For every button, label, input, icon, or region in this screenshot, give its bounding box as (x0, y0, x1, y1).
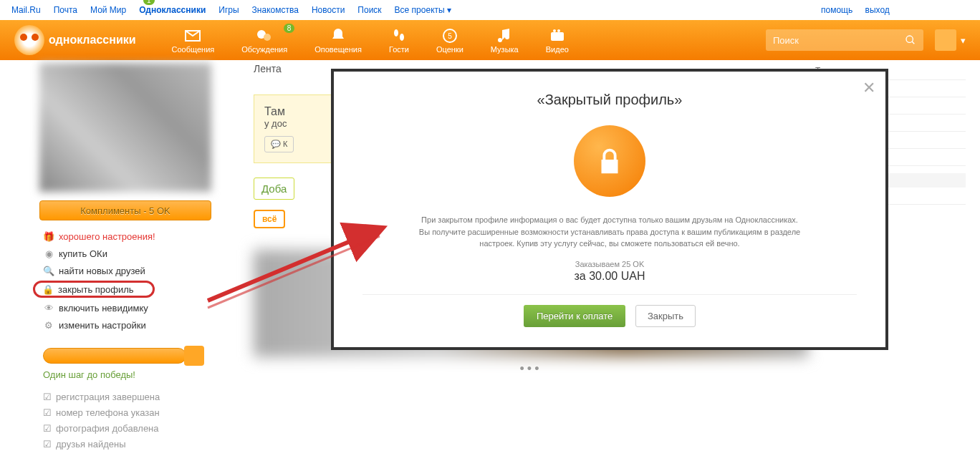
discussions-badge: 8 (284, 24, 295, 33)
close-button[interactable]: Закрыть (635, 305, 696, 327)
logo-text: одноклассники (49, 34, 136, 47)
svg-rect-6 (551, 32, 564, 41)
main-nav: Сообщения 8 Обсуждения Оповещения Гости … (172, 26, 569, 54)
gift-box-icon (184, 346, 204, 366)
compliments-button[interactable]: Комплименты - 5 OK (39, 200, 211, 220)
nav-messages[interactable]: Сообщения (172, 26, 215, 54)
modal-price: Заказываем 25 OK за 30.00 UAH (362, 260, 857, 283)
footprints-icon (389, 26, 409, 45)
feed-dots: ••• (254, 361, 808, 377)
svg-point-2 (394, 29, 398, 37)
check-icon: ☑ (43, 439, 52, 450)
modal-description: При закрытом профиле информация о вас бу… (416, 214, 803, 250)
top-link-search[interactable]: Поиск (357, 5, 381, 15)
modal-title: «Закрытый профиль» (362, 92, 857, 108)
top-link-mailru[interactable]: Mail.Ru (11, 5, 41, 15)
top-link-ok[interactable]: Одноклассники (139, 5, 206, 15)
checklist: ☑регистрация завершена ☑номер телефона у… (43, 389, 236, 452)
all-filter-button[interactable]: всё (254, 210, 285, 228)
svg-point-8 (557, 29, 560, 32)
lock-circle-icon (574, 125, 645, 197)
price-value: за 30.00 UAH (362, 270, 857, 283)
sidebar-buy-ok[interactable]: ◉ купить ОКи (43, 245, 236, 262)
sidebar-close-profile[interactable]: 🔒 закрыть профиль (33, 281, 155, 298)
sidebar-find-friends[interactable]: 🔍 найти новых друзей (43, 262, 236, 279)
svg-point-7 (553, 29, 556, 32)
search-box[interactable] (766, 29, 923, 51)
site-header: одноклассники 1 Сообщения 8 Обсуждения О… (0, 20, 980, 60)
search-icon[interactable] (905, 34, 916, 46)
nav-discussions[interactable]: 8 Обсуждения (241, 26, 287, 54)
eye-icon: 👁 (43, 302, 54, 314)
pay-button[interactable]: Перейти к оплате (524, 305, 625, 327)
svg-point-1 (264, 34, 271, 41)
add-button[interactable]: Доба (254, 178, 294, 200)
search-small-icon: 🔍 (43, 265, 54, 276)
sidebar-mood[interactable]: 🎁 хорошего настроения! (43, 228, 236, 245)
chevron-down-icon[interactable]: ▾ (961, 35, 966, 46)
closed-profile-modal: ✕ «Закрытый профиль» При закрытом профил… (334, 72, 885, 347)
gift-icon: 🎁 (43, 230, 54, 242)
check-icon: ☑ (43, 423, 52, 434)
sidebar-invisible[interactable]: 👁 включить невидимку (43, 299, 236, 316)
check-photo: ☑фотография добавлена (43, 420, 236, 436)
check-friends: ☑друзья найдены (43, 436, 236, 452)
top-logout[interactable]: выход (865, 5, 890, 15)
top-link-news[interactable]: Новости (312, 5, 345, 15)
svg-point-3 (400, 34, 404, 41)
owl-icon (14, 25, 44, 55)
nav-music[interactable]: Музыка (491, 26, 519, 54)
envelope-icon (172, 26, 215, 45)
promo-button[interactable]: 💬 К (264, 136, 294, 152)
sidebar-settings[interactable]: ⚙ изменить настройки (43, 316, 236, 334)
top-help[interactable]: помощь (821, 5, 852, 15)
nav-guests[interactable]: Гости (389, 26, 409, 54)
check-phone: ☑номер телефона указан (43, 404, 236, 420)
left-sidebar: Комплименты - 5 OK 🎁 хорошего настроения… (14, 63, 236, 452)
nav-video[interactable]: Видео (546, 26, 569, 54)
order-label: Заказываем 25 OK (362, 260, 857, 268)
bell-icon (314, 26, 362, 45)
user-avatar[interactable] (935, 29, 956, 51)
progress-bar (43, 348, 186, 364)
svg-point-9 (906, 36, 913, 42)
modal-close-icon[interactable]: ✕ (863, 79, 875, 97)
nav-ratings[interactable]: 5 Оценки (436, 26, 463, 54)
chat-icon (241, 26, 287, 45)
top-link-mail[interactable]: Почта (54, 5, 77, 15)
search-input[interactable] (773, 35, 905, 46)
lock-icon: 🔒 (42, 283, 54, 295)
svg-text:5: 5 (448, 32, 452, 40)
progress-caption: Один шаг до победы! (43, 369, 236, 380)
top-link-allprojects[interactable]: Все проекты ▾ (395, 5, 451, 15)
top-link-moimir[interactable]: Мой Мир (90, 5, 126, 15)
check-icon: ☑ (43, 407, 52, 418)
nav-alerts[interactable]: Оповещения (314, 26, 362, 54)
profile-photo[interactable] (39, 63, 211, 192)
gear-icon: ⚙ (43, 319, 54, 331)
check-registration: ☑регистрация завершена (43, 389, 236, 404)
top-link-games[interactable]: Игры (218, 5, 239, 15)
logo[interactable]: одноклассники (14, 25, 136, 55)
star-icon: 5 (436, 26, 463, 45)
check-icon: ☑ (43, 392, 52, 402)
video-icon (546, 26, 569, 45)
music-icon (491, 26, 519, 45)
coin-icon: ◉ (43, 248, 54, 259)
top-link-dating[interactable]: Знакомства (252, 5, 299, 15)
